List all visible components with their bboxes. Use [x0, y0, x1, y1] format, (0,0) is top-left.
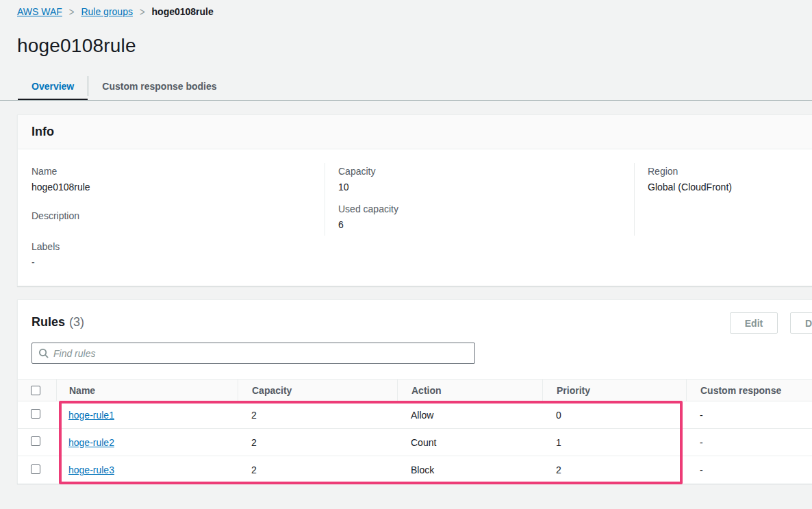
rules-title-text: Rules: [31, 315, 65, 330]
tab-bar: Overview Custom response bodies: [18, 72, 231, 100]
rules-panel-header: Rules (3) Edit Delete: [18, 300, 812, 343]
field-name-value: hoge0108rule: [31, 182, 305, 193]
waf-rule-group-page: AWS WAF > Rule groups > hoge0108rule hog…: [0, 0, 812, 509]
row-checkbox-cell: [18, 409, 56, 421]
rule-action-cell: Allow: [397, 410, 542, 421]
field-description: Description: [31, 210, 305, 221]
rule-name-cell: hoge-rule1: [56, 410, 238, 421]
column-header-action: Action: [397, 380, 542, 401]
search-input[interactable]: [53, 348, 468, 359]
rule-name-cell: hoge-rule3: [56, 464, 238, 475]
field-name-label: Name: [31, 166, 305, 177]
rule-link-hoge-rule3[interactable]: hoge-rule3: [68, 464, 114, 475]
header-checkbox-cell: [18, 380, 56, 401]
field-description-label: Description: [31, 210, 305, 221]
table-header-row: Name Capacity Action Priority Custom res…: [18, 379, 812, 401]
field-capacity: Capacity 10: [338, 166, 612, 193]
page-title: hoge0108rule: [17, 35, 136, 57]
rule-priority-cell: 0: [542, 410, 686, 421]
column-divider: [634, 163, 635, 236]
info-column-3: Region Global (CloudFront): [648, 166, 812, 203]
row-checkbox-cell: [18, 464, 56, 476]
rule-name-cell: hoge-rule2: [56, 437, 238, 448]
info-column-1: Name hoge0108rule Description Labels -: [31, 166, 305, 286]
rules-title: Rules (3): [31, 315, 84, 330]
field-region-label: Region: [648, 166, 812, 177]
info-panel-content: Name hoge0108rule Description Labels - C…: [18, 149, 812, 286]
info-panel-title: Info: [31, 125, 54, 139]
field-labels-value: -: [31, 257, 305, 268]
breadcrumb-current: hoge0108rule: [152, 6, 214, 17]
row-checkbox[interactable]: [31, 436, 40, 446]
tab-overview[interactable]: Overview: [18, 72, 88, 100]
tab-custom-response-bodies[interactable]: Custom response bodies: [88, 72, 230, 100]
rule-custom-response-cell: -: [686, 410, 812, 421]
breadcrumb-link-rule-groups[interactable]: Rule groups: [81, 6, 133, 17]
rule-priority-cell: 1: [542, 437, 686, 448]
info-panel: Info Name hoge0108rule Description Label…: [17, 114, 812, 286]
table-row: hoge-rule1 2 Allow 0 -: [18, 401, 812, 429]
row-checkbox-cell: [18, 436, 56, 448]
rule-link-hoge-rule1[interactable]: hoge-rule1: [68, 410, 114, 421]
table-row: hoge-rule3 2 Block 2 -: [18, 456, 812, 484]
rule-custom-response-cell: -: [686, 437, 812, 448]
field-labels-label: Labels: [31, 241, 305, 252]
rules-panel: Rules (3) Edit Delete Name Capacity Acti…: [17, 299, 812, 484]
field-used-capacity-value: 6: [338, 219, 612, 230]
chevron-right-icon: >: [140, 5, 145, 18]
info-column-2: Capacity 10 Used capacity 6: [338, 166, 612, 241]
field-labels: Labels -: [31, 241, 305, 268]
rule-capacity-cell: 2: [238, 464, 397, 475]
edit-button[interactable]: Edit: [730, 312, 778, 334]
search-icon: [38, 348, 49, 358]
field-name: Name hoge0108rule: [31, 166, 305, 193]
field-capacity-label: Capacity: [338, 166, 612, 177]
rule-priority-cell: 2: [542, 464, 686, 475]
column-header-custom-response: Custom response: [686, 380, 812, 401]
rule-action-cell: Count: [397, 437, 542, 448]
select-all-checkbox[interactable]: [31, 386, 40, 395]
rule-custom-response-cell: -: [686, 464, 812, 475]
field-used-capacity-label: Used capacity: [338, 203, 612, 214]
rule-action-cell: Block: [397, 464, 542, 475]
info-panel-header: Info: [18, 115, 812, 149]
field-used-capacity: Used capacity 6: [338, 203, 612, 230]
breadcrumb: AWS WAF > Rule groups > hoge0108rule: [17, 6, 214, 17]
tabs-underline: [0, 100, 812, 101]
rules-table: Name Capacity Action Priority Custom res…: [18, 379, 812, 484]
column-header-capacity: Capacity: [238, 380, 397, 401]
field-region: Region Global (CloudFront): [648, 166, 812, 193]
rule-capacity-cell: 2: [238, 410, 397, 421]
table-row: hoge-rule2 2 Count 1 -: [18, 429, 812, 456]
column-header-priority: Priority: [542, 380, 686, 401]
field-region-value: Global (CloudFront): [648, 182, 812, 193]
field-capacity-value: 10: [338, 182, 612, 193]
row-checkbox[interactable]: [31, 464, 40, 474]
row-checkbox[interactable]: [31, 409, 40, 419]
rule-link-hoge-rule2[interactable]: hoge-rule2: [68, 437, 114, 448]
rules-count-badge: (3): [69, 315, 84, 330]
chevron-right-icon: >: [69, 5, 75, 18]
breadcrumb-link-aws-waf[interactable]: AWS WAF: [17, 6, 62, 17]
delete-button[interactable]: Delete: [790, 312, 812, 334]
column-header-name: Name: [56, 380, 238, 401]
rule-capacity-cell: 2: [238, 437, 397, 448]
column-divider: [325, 163, 325, 236]
find-rules-search[interactable]: [31, 343, 475, 364]
